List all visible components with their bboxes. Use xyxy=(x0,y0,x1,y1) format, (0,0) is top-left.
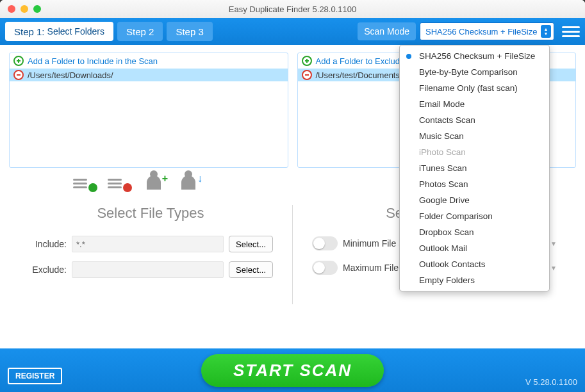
register-button[interactable]: REGISTER xyxy=(8,368,62,384)
include-panel-title: Add a Folder to Include in the Scan xyxy=(28,56,158,66)
scan-mode-label: Scan Mode xyxy=(358,22,416,40)
dd-item-3[interactable]: Email Mode xyxy=(400,96,549,112)
chevron-updown-icon: ▲▼ xyxy=(541,25,551,38)
file-types-title: Select File Types xyxy=(28,205,273,222)
dd-item-6: iPhoto Scan xyxy=(400,144,549,160)
bottom-bar: START SCAN REGISTER V 5.28.0.1100 xyxy=(0,348,585,392)
start-scan-button[interactable]: START SCAN xyxy=(201,354,384,387)
exclude-folder-path: /Users/test/Documents/ xyxy=(316,70,402,80)
scan-mode-selected: SHA256 Checksum + FileSize xyxy=(425,27,538,37)
plus-mark-icon: + xyxy=(162,173,168,184)
dd-item-1[interactable]: Byte-by-Byte Comparison xyxy=(400,64,549,80)
include-panel-head[interactable]: Add a Folder to Include in the Scan xyxy=(10,53,288,69)
titlebar: Easy Duplicate Finder 5.28.0.1100 xyxy=(0,0,585,18)
step-tab-1[interactable]: Step 1: Select Folders xyxy=(5,22,113,41)
dd-item-7[interactable]: iTunes Scan xyxy=(400,160,549,176)
minus-badge-icon xyxy=(123,183,132,192)
dd-item-9[interactable]: Google Drive xyxy=(400,192,549,208)
step-tab-2[interactable]: Step 2 xyxy=(117,22,163,41)
chevron-down-icon[interactable]: ▼ xyxy=(550,240,557,247)
exclude-types-label: Exclude: xyxy=(28,265,67,275)
include-select-button[interactable]: Select... xyxy=(229,236,273,252)
plus-icon xyxy=(13,56,24,66)
step-sub: Select Folders xyxy=(47,26,104,37)
dd-item-12[interactable]: Outlook Mail xyxy=(400,240,549,256)
exclude-select-button[interactable]: Select... xyxy=(229,261,273,278)
min-size-toggle[interactable] xyxy=(312,236,338,250)
window-close-button[interactable] xyxy=(8,5,15,13)
include-types-input[interactable] xyxy=(72,236,224,252)
max-size-toggle[interactable] xyxy=(312,261,338,275)
minus-icon[interactable] xyxy=(13,70,24,80)
exclude-types-input[interactable] xyxy=(72,261,224,278)
include-types-label: Include: xyxy=(28,239,67,249)
add-list-button[interactable] xyxy=(73,174,96,191)
scan-mode-select[interactable]: SHA256 Checksum + FileSize ▲▼ SHA256 Che… xyxy=(420,22,554,40)
step-num: Step 2 xyxy=(126,26,154,37)
window-minimize-button[interactable] xyxy=(21,5,28,13)
plus-icon xyxy=(302,56,312,66)
remove-list-button[interactable] xyxy=(108,174,131,191)
dd-item-0[interactable]: SHA256 Checksum + FileSize xyxy=(400,48,549,64)
include-folder-row[interactable]: /Users/test/Downloads/ xyxy=(10,69,288,81)
window-maximize-button[interactable] xyxy=(33,5,41,13)
app-window: Easy Duplicate Finder 5.28.0.1100 Step 1… xyxy=(0,0,585,392)
dd-item-11[interactable]: Dropbox Scan xyxy=(400,224,549,240)
dd-item-4[interactable]: Contacts Scan xyxy=(400,112,549,128)
step-num: Step 1: xyxy=(14,26,45,37)
plus-badge-icon xyxy=(88,183,97,192)
dd-item-8[interactable]: Photos Scan xyxy=(400,176,549,192)
minus-icon[interactable] xyxy=(302,70,312,80)
include-panel: Add a Folder to Include in the Scan /Use… xyxy=(9,53,288,168)
add-user-button[interactable]: + xyxy=(142,174,165,191)
dd-item-5[interactable]: Music Scan xyxy=(400,128,549,144)
scan-mode-dropdown[interactable]: SHA256 Checksum + FileSizeByte-by-Byte C… xyxy=(399,45,550,291)
download-mark-icon: ↓ xyxy=(197,173,202,184)
dd-item-10[interactable]: Folder Comparison xyxy=(400,208,549,224)
step-num: Step 3 xyxy=(176,26,203,37)
dd-item-13[interactable]: Outlook Contacts xyxy=(400,256,549,272)
dd-item-14[interactable]: Empty Folders xyxy=(400,272,549,288)
chevron-down-icon[interactable]: ▼ xyxy=(550,265,557,272)
version-label: V 5.28.0.1100 xyxy=(525,377,577,387)
file-types-section: Select File Types Include: Select... Exc… xyxy=(9,205,293,304)
dd-item-2[interactable]: Filename Only (fast scan) xyxy=(400,80,549,96)
hamburger-menu[interactable] xyxy=(562,24,580,39)
window-title: Easy Duplicate Finder 5.28.0.1100 xyxy=(0,4,585,14)
import-user-button[interactable]: ↓ xyxy=(177,174,200,191)
include-folder-path: /Users/test/Downloads/ xyxy=(28,70,113,80)
top-toolbar: Step 1: Select FoldersStep 2Step 3 Scan … xyxy=(0,18,585,45)
step-tab-3[interactable]: Step 3 xyxy=(167,22,212,41)
